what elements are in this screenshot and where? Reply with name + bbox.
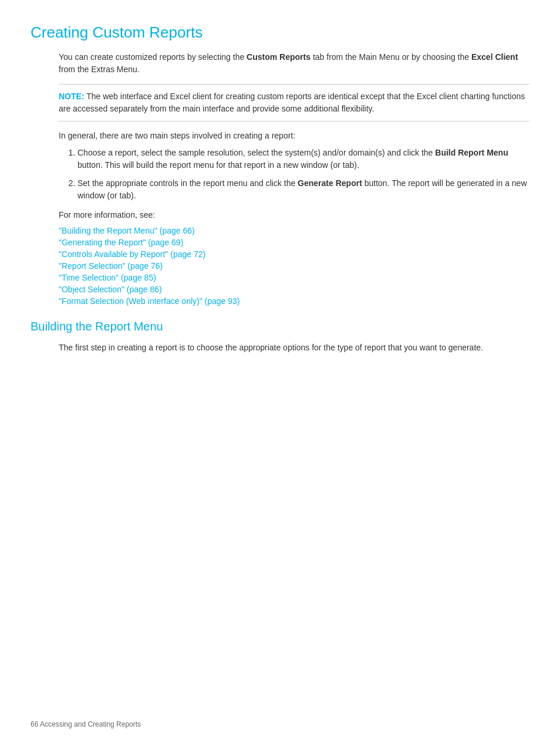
intro-bold-custom-reports: Custom Reports bbox=[247, 52, 311, 62]
link-object-selection[interactable]: "Object Selection" (page 86) bbox=[59, 285, 162, 294]
steps-intro-text: In general, there are two main steps inv… bbox=[59, 130, 529, 142]
list-item: "Object Selection" (page 86) bbox=[59, 285, 529, 294]
intro-paragraph: You can create customized reports by sel… bbox=[59, 51, 529, 76]
step-1: Choose a report, select the sample resol… bbox=[77, 147, 529, 171]
intro-text-suffix: from the Extras Menu. bbox=[59, 65, 140, 74]
step-1-suffix: button. This will build the report menu … bbox=[77, 160, 359, 170]
intro-text-prefix: You can create customized reports by sel… bbox=[59, 52, 247, 62]
link-time-selection[interactable]: "Time Selection" (page 85) bbox=[59, 273, 156, 282]
list-item: "Building the Report Menu" (page 66) bbox=[59, 226, 529, 235]
list-item: "Report Selection" (page 76) bbox=[59, 261, 529, 271]
step-2-bold: Generate Report bbox=[298, 178, 362, 188]
intro-text-middle: tab from the Main Menu or by choosing th… bbox=[311, 52, 471, 62]
list-item: "Controls Available by Report" (page 72) bbox=[59, 249, 529, 259]
note-box: NOTE: The web interface and Excel client… bbox=[59, 84, 529, 121]
links-list: "Building the Report Menu" (page 66) "Ge… bbox=[59, 226, 529, 306]
page-footer: 66 Accessing and Creating Reports bbox=[31, 720, 141, 728]
subsection-body-text: The first step in creating a report is t… bbox=[59, 342, 529, 354]
step-1-bold: Build Report Menu bbox=[435, 148, 508, 157]
link-building-report-menu[interactable]: "Building the Report Menu" (page 66) bbox=[59, 226, 195, 235]
link-controls-available[interactable]: "Controls Available by Report" (page 72) bbox=[59, 249, 205, 259]
more-info-text: For more information, see: bbox=[59, 209, 529, 221]
page-container: Creating Custom Reports You can create c… bbox=[0, 0, 560, 399]
note-label: NOTE: bbox=[59, 92, 85, 101]
list-item: "Format Selection (Web interface only)" … bbox=[59, 296, 529, 306]
intro-bold-excel-client: Excel Client bbox=[471, 52, 518, 62]
link-report-selection[interactable]: "Report Selection" (page 76) bbox=[59, 261, 163, 271]
link-generating-report[interactable]: "Generating the Report" (page 69) bbox=[59, 238, 183, 247]
steps-list: Choose a report, select the sample resol… bbox=[77, 147, 529, 202]
step-1-prefix: Choose a report, select the sample resol… bbox=[77, 148, 435, 157]
subsection-building-report-menu: Building the Report Menu The first step … bbox=[31, 320, 529, 354]
step-2: Set the appropriate controls in the repo… bbox=[77, 177, 529, 202]
list-item: "Time Selection" (page 85) bbox=[59, 273, 529, 282]
list-item: "Generating the Report" (page 69) bbox=[59, 238, 529, 247]
note-text: The web interface and Excel client for c… bbox=[59, 92, 525, 113]
link-format-selection[interactable]: "Format Selection (Web interface only)" … bbox=[59, 296, 240, 306]
step-2-prefix: Set the appropriate controls in the repo… bbox=[77, 178, 298, 188]
subsection-title: Building the Report Menu bbox=[31, 320, 529, 333]
page-title: Creating Custom Reports bbox=[31, 23, 529, 42]
